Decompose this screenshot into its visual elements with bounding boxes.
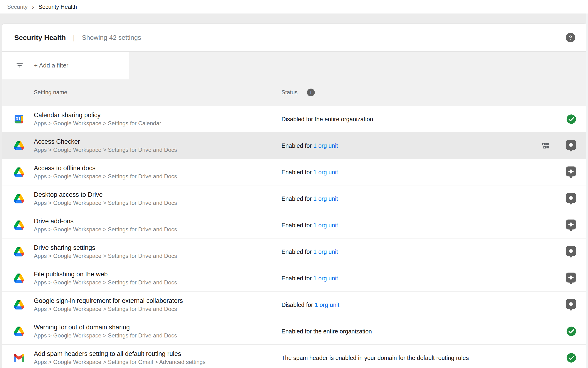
help-button[interactable]: ? [566, 33, 575, 42]
status-text: Enabled for [281, 248, 313, 255]
status-info-icon[interactable]: i [307, 89, 315, 96]
table-row[interactable]: Drive sharing settings Apps > Google Wor… [2, 239, 586, 265]
drive-app-icon [14, 167, 24, 177]
recommendation-icon[interactable] [565, 272, 577, 285]
status-text: Disabled for the entire organization [281, 116, 373, 122]
settings-list: 31 Calendar sharing policy Apps > Google… [2, 106, 586, 368]
setting-status: Enabled for 1 org unit [281, 169, 338, 175]
org-unit-link[interactable]: 1 org unit [313, 222, 338, 228]
recommendation-icon[interactable] [565, 192, 577, 205]
card-header: Security Health | Showing 42 settings ? [2, 24, 586, 52]
column-setting-name: Setting name [34, 89, 67, 96]
drive-app-icon [14, 326, 24, 337]
drive-app-icon [14, 193, 24, 204]
setting-status: Disabled for the entire organization [281, 116, 373, 122]
setting-status: Enabled for 1 org unit [281, 142, 338, 149]
calendar-app-icon: 31 [14, 114, 24, 124]
setting-status: Enabled for 1 org unit [281, 222, 338, 229]
gmail-app-icon [14, 353, 24, 363]
table-row[interactable]: Google sign-in requirement for external … [2, 292, 586, 318]
status-text: Enabled for [281, 169, 313, 175]
drive-app-icon [14, 300, 24, 310]
table-row[interactable]: Access to offline docs Apps > Google Wor… [2, 159, 586, 185]
org-unit-icon [542, 141, 551, 150]
drive-app-icon [14, 140, 24, 151]
status-text: Enabled for [281, 142, 313, 149]
settings-count: Showing 42 settings [82, 34, 141, 41]
status-text: Disabled for [281, 301, 315, 308]
org-unit-link[interactable]: 1 org unit [313, 142, 338, 149]
drive-app-icon [14, 273, 24, 284]
column-status: Status [281, 89, 298, 96]
drive-app-icon [14, 247, 24, 257]
breadcrumb-item-security-health: Security Health [39, 4, 77, 10]
drive-app-icon [14, 220, 24, 230]
security-health-card: Security Health | Showing 42 settings ? … [2, 24, 586, 368]
status-ok-icon [566, 114, 577, 124]
filter-and-columns: + Add a filter Setting name Status i [2, 52, 586, 106]
setting-status: Disabled for 1 org unit [281, 301, 339, 308]
table-row[interactable]: Warning for out of domain sharing Apps >… [2, 318, 586, 345]
org-unit-link[interactable]: 1 org unit [313, 275, 338, 281]
add-filter-label: + Add a filter [34, 62, 68, 69]
status-text: Enabled for [281, 222, 313, 228]
svg-text:31: 31 [16, 116, 20, 121]
recommendation-icon[interactable] [565, 298, 577, 311]
table-row[interactable]: 31 Calendar sharing policy Apps > Google… [2, 106, 586, 132]
setting-status: Enabled for 1 org unit [281, 248, 338, 255]
status-text: Enabled for [281, 275, 313, 281]
table-row[interactable]: Drive add-ons Apps > Google Workspace > … [2, 212, 586, 239]
breadcrumb-item-security[interactable]: Security [7, 4, 28, 10]
org-unit-link[interactable]: 1 org unit [313, 169, 338, 175]
question-mark-icon: ? [569, 35, 572, 41]
table-row[interactable]: Add spam headers setting to all default … [2, 345, 586, 368]
recommendation-icon[interactable] [565, 245, 577, 258]
org-unit-link[interactable]: 1 org unit [313, 195, 338, 202]
scrollbar-track[interactable] [586, 13, 588, 368]
table-row[interactable]: File publishing on the web Apps > Google… [2, 265, 586, 292]
recommendation-icon[interactable] [565, 139, 577, 152]
title-separator: | [73, 34, 75, 42]
recommendation-icon[interactable] [565, 166, 577, 179]
setting-status: Enabled for the entire organization [281, 328, 372, 335]
status-text: The spam header is enabled in your domai… [281, 354, 469, 361]
status-ok-icon [566, 326, 577, 337]
status-text: Enabled for [281, 195, 313, 202]
table-header-row: Setting name Status i [2, 79, 586, 106]
info-glyph: i [310, 90, 312, 95]
filter-list-icon [16, 61, 24, 69]
org-unit-link[interactable]: 1 org unit [313, 248, 338, 255]
setting-status: Enabled for 1 org unit [281, 275, 338, 282]
page-title: Security Health [14, 34, 66, 42]
org-unit-link[interactable]: 1 org unit [315, 301, 339, 308]
setting-status: Enabled for 1 org unit [281, 195, 338, 202]
setting-status: The spam header is enabled in your domai… [281, 354, 469, 361]
status-text: Enabled for the entire organization [281, 328, 372, 334]
recommendation-icon[interactable] [565, 219, 577, 232]
breadcrumb: Security › Security Health [0, 0, 588, 13]
table-row[interactable]: Access Checker Apps > Google Workspace >… [2, 132, 586, 159]
table-row[interactable]: Desktop access to Drive Apps > Google Wo… [2, 185, 586, 212]
add-filter-button[interactable]: + Add a filter [2, 52, 129, 79]
chevron-right-icon: › [32, 4, 34, 10]
status-ok-icon [566, 352, 577, 363]
